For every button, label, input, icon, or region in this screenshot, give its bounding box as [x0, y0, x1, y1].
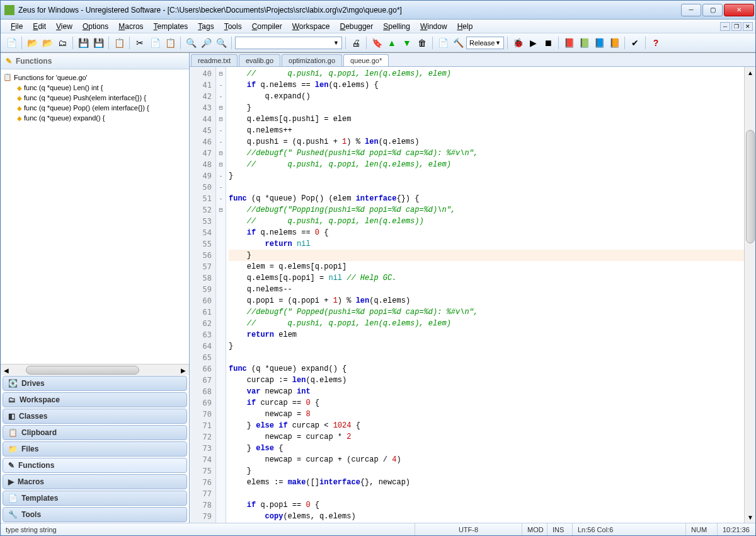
- panel-clipboard[interactable]: 📋Clipboard: [3, 425, 187, 440]
- clear-bookmark-icon[interactable]: 🗑: [415, 36, 429, 50]
- function-label: func (q *queue) Len() int {: [24, 84, 103, 91]
- function-item[interactable]: ◆func (q *queue) expand() {: [3, 113, 186, 123]
- fold-column[interactable]: ⊟ - - ⊟ ⊟ - - ⊟ ⊟ - - - ⊟: [216, 67, 226, 523]
- book3-icon[interactable]: 📘: [592, 36, 606, 50]
- menu-window[interactable]: Window: [415, 21, 452, 32]
- save-icon[interactable]: 💾: [76, 36, 90, 50]
- panel-classes[interactable]: ◧Classes: [3, 409, 187, 424]
- separator: [72, 37, 73, 49]
- menu-tools[interactable]: Tools: [219, 21, 247, 32]
- paste-icon[interactable]: 📋: [163, 36, 177, 50]
- panel-tools[interactable]: 🔧Tools: [3, 507, 187, 522]
- open-folders-icon[interactable]: 🗂: [55, 36, 69, 50]
- separator: [129, 37, 130, 49]
- editor-vscrollbar[interactable]: ▲ ▼: [744, 67, 755, 523]
- scroll-down-icon[interactable]: ▼: [745, 511, 755, 523]
- book-icon[interactable]: 📕: [562, 36, 576, 50]
- mdi-restore-button[interactable]: ❐: [731, 22, 742, 31]
- separator: [645, 37, 646, 49]
- compile-icon[interactable]: 📄: [436, 36, 450, 50]
- panel-functions[interactable]: ✎Functions: [3, 458, 187, 473]
- menu-view[interactable]: View: [51, 21, 77, 32]
- line-gutter[interactable]: 40 41 42 43 44 45 46 47 48 49 50 51 52 5…: [190, 67, 216, 523]
- new-file-icon[interactable]: 📄: [4, 36, 18, 50]
- config-combo[interactable]: Release▼: [466, 37, 504, 49]
- function-item[interactable]: ◆func (q *queue) Pop() (elem interface{}…: [3, 103, 186, 113]
- save-all-icon[interactable]: 💾: [91, 36, 105, 50]
- bullet-icon: ◆: [17, 105, 22, 112]
- panel-icon: ✎: [8, 461, 14, 470]
- pencil-icon: ✎: [6, 57, 12, 66]
- find-icon[interactable]: 🔍: [184, 36, 198, 50]
- find-files-icon[interactable]: 🔍: [214, 36, 228, 50]
- menu-edit[interactable]: Edit: [28, 21, 51, 32]
- scroll-up-icon[interactable]: ▲: [745, 67, 755, 78]
- scroll-thumb[interactable]: [26, 366, 139, 375]
- status-mod: MOD: [522, 523, 547, 535]
- maximize-button[interactable]: ▢: [702, 4, 723, 16]
- open-folder-icon[interactable]: 📂: [25, 36, 39, 50]
- code-editor[interactable]: // q.pushi, q.popi, len(q.elems), elem) …: [226, 67, 744, 523]
- vscroll-thumb[interactable]: [746, 130, 755, 243]
- help-icon[interactable]: ?: [649, 36, 663, 50]
- mdi-close-button[interactable]: ✕: [743, 22, 753, 31]
- book2-icon[interactable]: 📗: [577, 36, 591, 50]
- menu-debugger[interactable]: Debugger: [335, 21, 379, 32]
- panel-drives[interactable]: 💽Drives: [3, 376, 187, 391]
- properties-icon[interactable]: 📋: [112, 36, 126, 50]
- sidebar-hscrollbar[interactable]: ◀ ▶: [1, 364, 189, 375]
- panel-macros[interactable]: ▶Macros: [3, 474, 187, 489]
- panel-workspace[interactable]: 🗂Workspace: [3, 392, 187, 407]
- scroll-right-icon[interactable]: ▶: [178, 364, 189, 376]
- panel-files[interactable]: 📁Files: [3, 441, 187, 457]
- menu-tags[interactable]: Tags: [193, 21, 219, 32]
- run-icon[interactable]: ▶: [526, 36, 540, 50]
- function-tree[interactable]: 📋 Functions for 'queue.go' ◆func (q *que…: [1, 69, 189, 364]
- minimize-button[interactable]: ─: [681, 4, 701, 16]
- titlebar[interactable]: Zeus for Windows - Unregistered Software…: [1, 1, 755, 20]
- stop-icon[interactable]: ⏹: [541, 36, 555, 50]
- arrow-up-icon[interactable]: ▲: [385, 36, 399, 50]
- function-item[interactable]: ◆func (q *queue) Push(elem interface{}) …: [3, 93, 186, 103]
- bookmark-icon[interactable]: 🔖: [370, 36, 384, 50]
- tab[interactable]: evalib.go: [239, 54, 280, 66]
- search-combo[interactable]: ▼: [235, 37, 342, 49]
- separator: [624, 37, 625, 49]
- tab[interactable]: readme.txt: [191, 54, 238, 66]
- status-time: 10:21:36: [718, 523, 755, 535]
- panel-icon: 📁: [8, 445, 18, 453]
- spellcheck-icon[interactable]: ✔: [628, 36, 642, 50]
- build-icon[interactable]: 🔨: [451, 36, 465, 50]
- print-icon[interactable]: 🖨: [349, 36, 363, 50]
- menu-spelling[interactable]: Spelling: [378, 21, 415, 32]
- find-replace-icon[interactable]: 🔎: [199, 36, 213, 50]
- panel-label: Tools: [21, 510, 41, 519]
- menu-macros[interactable]: Macros: [113, 21, 148, 32]
- book4-icon[interactable]: 📙: [607, 36, 621, 50]
- close-button[interactable]: ✕: [724, 4, 754, 16]
- cut-icon[interactable]: ✂: [133, 36, 147, 50]
- panel-label: Functions: [18, 461, 54, 470]
- scroll-left-icon[interactable]: ◀: [1, 364, 12, 376]
- app-icon: [4, 5, 14, 15]
- menu-workspace[interactable]: Workspace: [287, 21, 335, 32]
- menu-templates[interactable]: Templates: [149, 21, 193, 32]
- open-folder2-icon[interactable]: 📂: [40, 36, 54, 50]
- mdi-minimize-button[interactable]: ─: [720, 22, 730, 31]
- menu-file[interactable]: File: [6, 21, 28, 32]
- menu-options[interactable]: Options: [77, 21, 113, 32]
- menu-help[interactable]: Help: [452, 21, 478, 32]
- function-label: func (q *queue) expand() {: [24, 114, 105, 122]
- panel-templates[interactable]: 📄Templates: [3, 491, 187, 506]
- menu-compiler[interactable]: Compiler: [247, 21, 287, 32]
- panel-label: Macros: [18, 477, 44, 486]
- copy-icon[interactable]: 📄: [148, 36, 162, 50]
- debug-icon[interactable]: 🐞: [511, 36, 525, 50]
- arrow-down-icon[interactable]: ▼: [400, 36, 414, 50]
- toolbar: 📄 📂 📂 🗂 💾 💾 📋 ✂ 📄 📋 🔍 🔎 🔍 ▼ 🖨 🔖 ▲ ▼ 🗑 📄 …: [1, 33, 755, 52]
- panel-icon: ◧: [8, 412, 15, 421]
- tab[interactable]: optimization.go: [282, 54, 342, 66]
- function-item[interactable]: ◆func (q *queue) Len() int {: [3, 83, 186, 93]
- tree-root[interactable]: 📋 Functions for 'queue.go': [3, 72, 186, 83]
- tab[interactable]: queue.go*: [343, 54, 389, 66]
